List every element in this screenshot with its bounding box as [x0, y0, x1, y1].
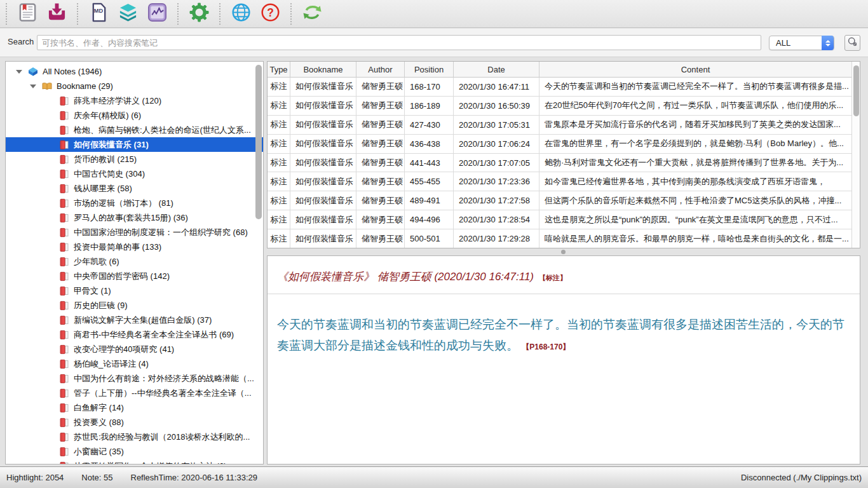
- tree-item-book[interactable]: 中国为什么有前途：对外经济关系的战略潜能（...: [6, 371, 263, 386]
- table-row[interactable]: 标注 如何假装懂音乐 储智勇王硕 168-170 2020/1/30 16:47…: [268, 78, 851, 97]
- book-icon: [59, 374, 69, 384]
- cell-position: 441-443: [405, 154, 454, 172]
- tree-item-label: 少年凯歌 (6): [74, 256, 119, 268]
- cell-content: 鲍勃·马利对雷鬼文化还有一个重大贡献，就是将脏辫传播到了世界各地。关于为...: [539, 154, 851, 172]
- book-icon: [59, 359, 69, 369]
- search-go-button[interactable]: [844, 35, 860, 51]
- tree-item-book[interactable]: 钱从哪里来 (58): [6, 181, 263, 196]
- book-icon: [59, 169, 69, 179]
- tree-item-book[interactable]: 白鱼解字 (14): [6, 400, 263, 415]
- book-icon: [59, 301, 69, 311]
- tree-item-book[interactable]: 投资要义 (88): [6, 415, 263, 430]
- tree-item-book[interactable]: 如何假装懂音乐 (31): [6, 137, 263, 152]
- disclosure-triangle-icon[interactable]: [30, 85, 36, 88]
- book-icon: [59, 111, 69, 121]
- tree-item-book[interactable]: 罗马人的故事(套装共15册) (36): [6, 210, 263, 225]
- cell-author: 储智勇王硕: [356, 154, 405, 172]
- search-input[interactable]: [37, 35, 761, 50]
- status-note-count: Note: 55: [81, 473, 112, 482]
- tree-item-book[interactable]: 货币的教训 (215): [6, 152, 263, 166]
- notes-document-button[interactable]: [15, 2, 39, 26]
- table-row[interactable]: 标注 如何假装懂音乐 储智勇王硕 436-438 2020/1/30 17:06…: [268, 135, 851, 154]
- cell-date: 2020/1/30 16:47:11: [454, 78, 539, 96]
- column-header-bookname[interactable]: Bookname: [290, 62, 356, 78]
- tree-item-book[interactable]: 投资中最简单的事 (133): [6, 240, 263, 254]
- tree-item-label: 薛兆丰经济学讲义 (120): [74, 95, 161, 107]
- tree-item-book[interactable]: 甲骨文 (1): [6, 283, 263, 298]
- tree-item-book[interactable]: 商君书-中华经典名著全本全注全译丛书 (69): [6, 327, 263, 342]
- book-icon: [59, 96, 69, 106]
- cell-type: 标注: [268, 191, 290, 210]
- bookname-group-icon: [42, 81, 52, 92]
- cell-author: 储智勇王硕: [356, 116, 405, 134]
- book-icon: [59, 271, 69, 281]
- cell-content: 在雷鬼的世界里，有一个名字是必须提到的，就是鲍勃·马利（Bob Marley）。…: [539, 135, 851, 153]
- book-tree-panel: All Notes (1946) Bookname (29) 薛兆丰经济学讲义 …: [5, 61, 264, 464]
- batch-export-button[interactable]: [116, 2, 140, 26]
- table-row[interactable]: 标注 如何假装懂音乐 储智勇王硕 500-501 2020/1/30 17:29…: [268, 229, 851, 248]
- book-list: 薛兆丰经济学讲义 (120) 庆余年(精校版) (6) 枪炮、病菌与钢铁:人类社…: [6, 93, 263, 464]
- settings-button[interactable]: [187, 2, 211, 26]
- table-row[interactable]: 标注 如何假装懂音乐 储智勇王硕 441-443 2020/1/30 17:07…: [268, 154, 851, 173]
- tree-item-book[interactable]: 苏世民:我的经验与教训（2018读桥水达利欧的...: [6, 430, 263, 444]
- tree-item-book[interactable]: 少年凯歌 (6): [6, 254, 263, 269]
- tree-item-book[interactable]: 管子（上下册）--中华经典名著全本全注全译（...: [6, 386, 263, 400]
- table-body: 标注 如何假装懂音乐 储智勇王硕 168-170 2020/1/30 16:47…: [268, 78, 851, 248]
- column-header-date[interactable]: Date: [454, 62, 539, 78]
- table-row[interactable]: 标注 如何假装懂音乐 储智勇王硕 489-491 2020/1/30 17:27…: [268, 191, 851, 210]
- table-row[interactable]: 标注 如何假装懂音乐 储智勇王硕 427-430 2020/1/30 17:05…: [268, 116, 851, 135]
- tree-item-book[interactable]: 中央帝国的哲学密码 (142): [6, 269, 263, 283]
- book-icon: [59, 213, 69, 223]
- tree-item-bookname-group[interactable]: Bookname (29): [6, 79, 263, 93]
- website-button[interactable]: [229, 2, 253, 26]
- column-header-content[interactable]: Content: [539, 62, 851, 78]
- tree-item-book[interactable]: 市场的逻辑（增订本） (81): [6, 196, 263, 210]
- tree-item-book[interactable]: 新编说文解字大全集(超值白金版) (37): [6, 313, 263, 327]
- tree-item-book[interactable]: 小窗幽记 (35): [6, 444, 263, 459]
- tree-item-book[interactable]: 中国古代简史 (304): [6, 166, 263, 181]
- search-scope-select[interactable]: ALL: [769, 36, 834, 50]
- cell-content: 嘻哈就是黑人的朋克音乐。和最早的朋克一样，嘻哈也是来自街头的文化，都是一...: [539, 229, 851, 248]
- cell-author: 储智勇王硕: [356, 78, 405, 96]
- status-refresh-time: RefleshTime: 2020-06-16 11:33:29: [131, 473, 257, 482]
- tree-item-all-notes[interactable]: All Notes (1946): [6, 64, 263, 79]
- book-icon: [59, 140, 69, 150]
- tree-item-label: 中国为什么有前途：对外经济关系的战略潜能（...: [74, 373, 254, 384]
- tree-item-book[interactable]: 历史的巨镜 (9): [6, 298, 263, 313]
- tree-item-book[interactable]: 薛兆丰经济学讲义 (120): [6, 93, 263, 108]
- tree-item-label: 投资中最简单的事 (133): [74, 241, 161, 253]
- column-header-position[interactable]: Position: [405, 62, 454, 78]
- tree-item-book[interactable]: 改变心理学的40项研究 (41): [6, 342, 263, 356]
- table-row[interactable]: 标注 如何假装懂音乐 储智勇王硕 186-189 2020/1/30 16:50…: [268, 97, 851, 116]
- disclosure-triangle-icon[interactable]: [16, 70, 22, 74]
- note-detail-title: 《如何假装懂音乐》 储智勇王硕 (2020/1/30 16:47:11)【标注】: [277, 269, 850, 284]
- tree-item-label: 白鱼解字 (14): [74, 402, 124, 414]
- tree-item-book[interactable]: 中国国家治理的制度逻辑：一个组织学研究 (68): [6, 225, 263, 240]
- book-icon: [59, 242, 69, 252]
- column-header-author[interactable]: Author: [356, 62, 405, 78]
- cell-bookname: 如何假装懂音乐: [290, 116, 356, 134]
- help-button[interactable]: ?: [258, 2, 282, 26]
- sidebar-scrollbar-thumb[interactable]: [255, 65, 262, 219]
- tree-item-book[interactable]: 从零开始学写作：个人增值的有效方法 (6): [6, 459, 263, 464]
- tree-item-label: 从零开始学写作：个人增值的有效方法 (6): [74, 461, 227, 464]
- cell-bookname: 如何假装懂音乐: [290, 229, 356, 248]
- tree-item-book[interactable]: 庆余年(精校版) (6): [6, 108, 263, 123]
- tree-item-book[interactable]: 杨伯峻_论语译注 (4): [6, 356, 263, 371]
- markdown-export-button[interactable]: MD: [86, 2, 111, 26]
- statistics-button[interactable]: [145, 2, 169, 26]
- cell-date: 2020/1/30 17:23:36: [454, 172, 539, 191]
- refresh-button[interactable]: [300, 2, 324, 26]
- column-header-type[interactable]: Type: [268, 62, 290, 78]
- table-row[interactable]: 标注 如何假装懂音乐 储智勇王硕 494-496 2020/1/30 17:28…: [268, 210, 851, 229]
- splitter-handle[interactable]: [561, 250, 566, 254]
- tree-item-label: 投资要义 (88): [74, 417, 124, 428]
- import-button[interactable]: [44, 2, 69, 26]
- table-scrollbar-thumb[interactable]: [853, 65, 859, 116]
- table-row[interactable]: 标注 如何假装懂音乐 储智勇王硕 455-455 2020/1/30 17:23…: [268, 172, 851, 191]
- svg-text:?: ?: [267, 6, 274, 19]
- table-scrollbar-track[interactable]: [851, 62, 860, 248]
- cell-position: 168-170: [405, 78, 454, 96]
- tree-item-book[interactable]: 枪炮、病菌与钢铁:人类社会的命运(世纪人文系...: [6, 123, 263, 137]
- book-icon: [59, 447, 69, 457]
